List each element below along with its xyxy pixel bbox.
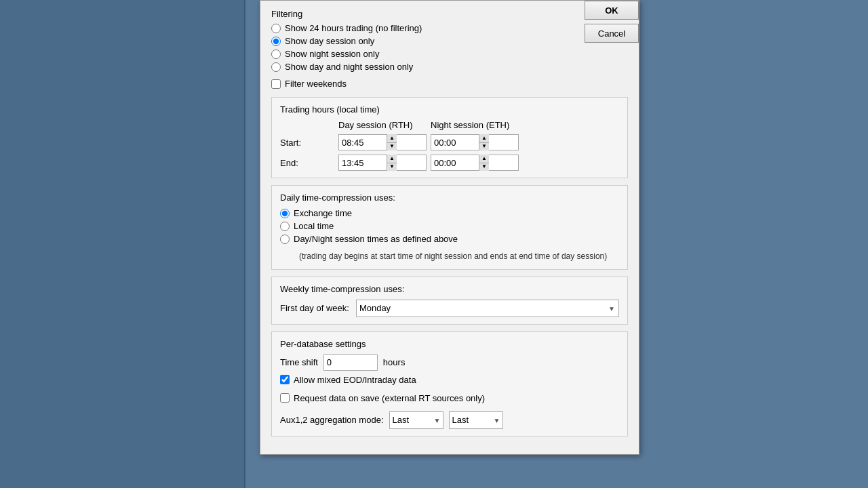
day-end-input[interactable] [339,155,387,170]
day-session-header: Day session (RTH) [338,120,427,130]
time-shift-input[interactable] [323,354,378,371]
radio-row-1: Show 24 hours trading (no filtering) [271,23,628,33]
radio-night-session[interactable] [271,49,281,59]
radio-row-2: Show day session only [271,36,628,46]
dialog-overlay: OK Cancel Filtering Show 24 hours tradin… [0,0,868,488]
allow-mixed-checkbox[interactable] [280,375,290,384]
per-database-section: Per-database settings Time shift hours A… [271,331,628,436]
filtering-label: Filtering [271,9,628,19]
daily-compression-section: Daily time-compression uses: Exchange ti… [271,185,628,270]
per-database-label: Per-database settings [280,339,619,349]
radio-day-session[interactable] [271,37,281,46]
first-day-label: First day of week: [280,303,349,313]
request-data-label[interactable]: Request data on save (external RT source… [294,393,485,403]
compression-radio-group: Exchange time Local time Day/Night sessi… [280,208,619,244]
main-dialog: OK Cancel Filtering Show 24 hours tradin… [260,0,639,455]
compression-radio-row-2: Local time [280,221,619,231]
night-start-input-wrapper: ▲ ▼ [431,134,519,150]
aux-label: Aux1,2 aggregation mode: [280,415,384,425]
filter-weekends-label[interactable]: Filter weekends [285,79,347,89]
night-end-input[interactable] [431,155,479,170]
aux-row: Aux1,2 aggregation mode: Last First Sum … [280,411,619,429]
hours-label: hours [383,357,406,367]
compression-radio-row-1: Exchange time [280,208,619,218]
night-start-input[interactable] [431,135,479,150]
night-start-up-btn[interactable]: ▲ [479,134,489,143]
trading-hours-grid: Day session (RTH) Night session (ETH) St… [280,120,619,171]
weekly-compression-label: Weekly time-compression uses: [280,284,619,294]
filter-weekends-row: Filter weekends [271,79,628,89]
filter-weekends-checkbox[interactable] [271,79,281,89]
trading-hours-label: Trading hours (local time) [280,104,619,115]
day-start-input[interactable] [339,135,387,150]
daily-compression-label: Daily time-compression uses: [280,192,619,203]
day-start-input-wrapper: ▲ ▼ [338,134,427,150]
radio-row-3: Show night session only [271,49,628,59]
night-start-spinner: ▲ ▼ [479,134,489,150]
night-session-header: Night session (ETH) [431,120,519,130]
weekly-compression-section: Weekly time-compression uses: First day … [271,277,628,325]
radio-24h[interactable] [271,24,281,33]
radio-day-night-times[interactable] [280,235,290,244]
aux1-select-wrapper: Last First Sum Average Min Max [389,411,443,429]
aux2-select-wrapper: Last First Sum Average Min Max [449,411,503,429]
compression-radio-row-3: Day/Night session times as defined above [280,234,619,244]
day-start-down-btn[interactable]: ▼ [387,143,397,151]
day-end-spinner: ▲ ▼ [387,155,397,171]
radio-day-session-label[interactable]: Show day session only [285,36,374,46]
radio-row-4: Show day and night session only [271,62,628,72]
first-day-select[interactable]: Monday Tuesday Wednesday Thursday Friday… [356,300,619,317]
radio-day-night-times-label[interactable]: Day/Night session times as defined above [294,234,458,244]
day-start-spinner: ▲ ▼ [387,134,397,150]
request-data-row: Request data on save (external RT source… [280,393,619,403]
radio-exchange-time-label[interactable]: Exchange time [294,208,352,218]
allow-mixed-row: Allow mixed EOD/Intraday data [280,375,619,385]
day-end-input-wrapper: ▲ ▼ [338,155,427,171]
radio-night-session-label[interactable]: Show night session only [285,49,379,59]
start-label: Start: [280,138,334,148]
filtering-section: Filtering Show 24 hours trading (no filt… [271,9,628,89]
compression-note: (trading day begins at start time of nig… [299,251,619,262]
aux2-select[interactable]: Last First Sum Average Min Max [449,411,503,429]
day-start-up-btn[interactable]: ▲ [387,134,397,143]
allow-mixed-label[interactable]: Allow mixed EOD/Intraday data [294,375,416,385]
night-start-down-btn[interactable]: ▼ [479,143,489,151]
trading-hours-section: Trading hours (local time) Day session (… [271,97,628,178]
day-end-up-btn[interactable]: ▲ [387,155,397,163]
radio-local-time[interactable] [280,222,290,231]
night-end-input-wrapper: ▲ ▼ [431,155,519,171]
first-day-select-wrapper: Monday Tuesday Wednesday Thursday Friday… [356,300,619,317]
request-data-checkbox[interactable] [280,393,290,403]
radio-day-night-session[interactable] [271,62,281,72]
radio-day-night-session-label[interactable]: Show day and night session only [285,62,413,72]
time-shift-label: Time shift [280,357,318,367]
time-shift-row: Time shift hours [280,354,619,371]
filtering-radio-group: Show 24 hours trading (no filtering) Sho… [271,23,628,72]
night-end-down-btn[interactable]: ▼ [479,163,489,171]
night-end-spinner: ▲ ▼ [479,155,489,171]
day-end-down-btn[interactable]: ▼ [387,163,397,171]
radio-exchange-time[interactable] [280,209,290,218]
radio-local-time-label[interactable]: Local time [294,221,334,231]
night-end-up-btn[interactable]: ▲ [479,155,489,163]
end-label: End: [280,158,334,168]
weekly-row: First day of week: Monday Tuesday Wednes… [280,300,619,317]
radio-24h-label[interactable]: Show 24 hours trading (no filtering) [285,23,422,33]
aux1-select[interactable]: Last First Sum Average Min Max [389,411,443,429]
